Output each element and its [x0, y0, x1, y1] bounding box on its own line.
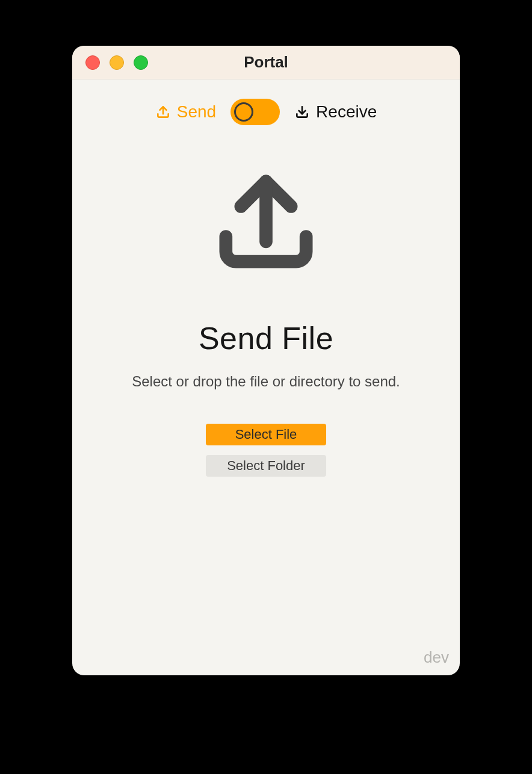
select-folder-button[interactable]: Select Folder: [206, 455, 326, 477]
mode-send-label[interactable]: Send: [155, 102, 216, 122]
upload-large-icon: [206, 161, 326, 284]
titlebar: Portal: [72, 46, 460, 79]
mode-toggle[interactable]: [230, 99, 280, 125]
download-icon: [294, 104, 310, 120]
maximize-window-button[interactable]: [134, 55, 148, 70]
mode-switch-row: Send Receive: [155, 99, 377, 125]
app-window: Portal Send: [72, 46, 460, 675]
mode-send-text: Send: [177, 102, 216, 122]
minimize-window-button[interactable]: [110, 55, 124, 70]
main-content: Send Receive: [72, 79, 460, 675]
page-headline: Send File: [199, 320, 333, 356]
build-label: dev: [424, 648, 449, 667]
mode-receive-label[interactable]: Receive: [294, 102, 377, 122]
action-buttons: Select File Select Folder: [206, 424, 326, 477]
upload-icon: [155, 104, 171, 120]
page-subtext: Select or drop the file or directory to …: [132, 373, 400, 390]
mode-receive-text: Receive: [316, 102, 377, 122]
close-window-button[interactable]: [85, 55, 100, 70]
select-file-button[interactable]: Select File: [206, 424, 326, 445]
toggle-knob: [234, 102, 253, 122]
window-controls: [72, 55, 148, 70]
